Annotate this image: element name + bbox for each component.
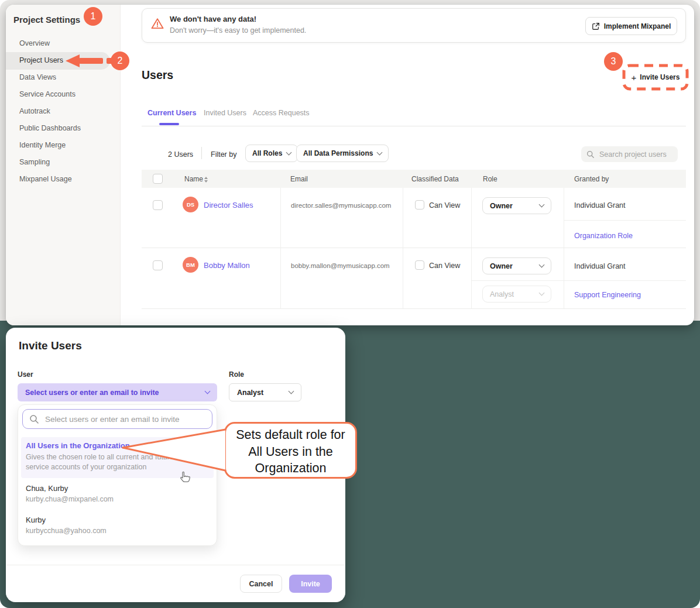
column-line: [471, 188, 472, 308]
user-count: 2 Users: [168, 150, 193, 159]
option-all-users-label[interactable]: All Users in the Organization: [26, 441, 130, 450]
invite-label: Invite: [301, 580, 320, 588]
row-checkbox[interactable]: [153, 260, 163, 270]
permissions-filter-label: All Data Permissions: [303, 149, 373, 157]
sidebar-item-service-accounts[interactable]: Service Accounts: [19, 90, 107, 99]
sidebar-item-public-dashboards[interactable]: Public Dashboards: [19, 124, 107, 133]
row-line: [142, 308, 686, 309]
modal-title: Invite Users: [19, 339, 82, 352]
tab-access-requests[interactable]: Access Requests: [253, 109, 310, 117]
role-select[interactable]: Owner: [482, 197, 551, 214]
can-view-checkbox[interactable]: [415, 260, 424, 270]
column-header-name[interactable]: Name: [184, 175, 203, 183]
tab-invited-users[interactable]: Invited Users: [204, 109, 246, 117]
can-view-checkbox[interactable]: [415, 200, 424, 209]
step-badge-2: 2: [111, 51, 129, 70]
role-select-disabled: Analyst: [482, 286, 551, 303]
users-section-title: Users: [142, 68, 173, 82]
search-icon: [29, 414, 39, 424]
column-header-classified: Classified Data: [411, 175, 459, 183]
implement-mixpanel-button[interactable]: Implement Mixpanel: [585, 17, 677, 35]
granted-by-text: Individual Grant: [574, 262, 626, 270]
chevron-down-icon: [289, 389, 294, 394]
chevron-down-icon: [286, 149, 292, 155]
role-value: Owner: [490, 262, 513, 270]
column-line: [564, 188, 564, 308]
cancel-label: Cancel: [249, 580, 273, 588]
option-user-email: kurbycchua@yahoo.com: [26, 527, 107, 535]
chevron-down-icon: [539, 262, 545, 268]
active-tab-underline: [159, 123, 179, 125]
role-select[interactable]: Owner: [482, 257, 551, 274]
filter-divider: [201, 147, 202, 159]
implement-mixpanel-label: Implement Mixpanel: [604, 22, 671, 30]
user-select-dropdown[interactable]: Select users or enter an email to invite: [18, 383, 217, 401]
tab-divider: [142, 126, 686, 126]
sidebar-item-mixpanel-usage[interactable]: Mixpanel Usage: [19, 175, 107, 184]
banner-subtitle: Don't worry—it's easy to get implemented…: [170, 26, 306, 35]
role-select-dropdown[interactable]: Analyst: [229, 383, 301, 401]
page-title: Project Settings: [13, 15, 80, 25]
callout-tail: [120, 422, 227, 475]
role-select-value: Analyst: [237, 389, 263, 397]
user-select-value: Select users or enter an email to invite: [25, 389, 159, 397]
can-view-label: Can View: [429, 262, 460, 270]
invite-submit-button[interactable]: Invite: [289, 575, 332, 593]
permissions-filter-dropdown[interactable]: All Data Permissions: [296, 145, 389, 162]
user-name-link[interactable]: Bobby Mallon: [204, 261, 250, 270]
user-email: director.salles@mymusicapp.com: [291, 202, 391, 209]
tab-current-users[interactable]: Current Users: [147, 109, 196, 117]
modal-footer-divider: [6, 565, 345, 565]
roles-filter-label: All Roles: [252, 149, 282, 157]
sidebar-item-identity-merge[interactable]: Identity Merge: [19, 141, 107, 150]
column-header-email: Email: [290, 175, 308, 183]
option-user[interactable]: Chua, Kurby: [26, 484, 68, 493]
sidebar-item-data-views[interactable]: Data Views: [19, 73, 107, 83]
banner-title: We don't have any data!: [170, 15, 256, 23]
chevron-down-icon: [539, 290, 545, 296]
sidebar-item-autotrack[interactable]: Autotrack: [19, 107, 107, 116]
row-line: [142, 248, 686, 248]
invite-highlight-dashed-box: [622, 63, 689, 91]
external-link-icon: [592, 22, 600, 30]
screenshot-root: Project Settings Overview Project Users …: [0, 0, 700, 608]
role-value: Analyst: [490, 290, 514, 298]
filter-by-label: Filter by: [211, 150, 236, 159]
sidebar-item-sampling[interactable]: Sampling: [19, 158, 107, 167]
chevron-down-icon: [205, 389, 211, 394]
chevron-down-icon: [539, 202, 545, 208]
search-input[interactable]: [598, 150, 668, 159]
granted-by-link[interactable]: Support Engineering: [574, 291, 641, 299]
granted-by-text: Individual Grant: [574, 201, 626, 209]
roles-filter-dropdown[interactable]: All Roles: [245, 145, 298, 162]
warning-icon: [151, 18, 164, 29]
cancel-button[interactable]: Cancel: [240, 575, 282, 593]
column-header-role: Role: [483, 175, 497, 183]
project-users-search[interactable]: [581, 146, 678, 162]
role-value: Owner: [490, 202, 513, 210]
granted-by-link[interactable]: Organization Role: [574, 232, 633, 240]
search-icon: [586, 150, 594, 158]
column-line: [403, 188, 403, 308]
can-view-label: Can View: [429, 201, 460, 209]
grant-sub-line: [564, 220, 686, 221]
option-user-email: kurby.chua@mixpanel.com: [26, 495, 114, 503]
avatar: DS: [183, 197, 198, 212]
sidebar-item-overview[interactable]: Overview: [19, 39, 107, 49]
user-name-link[interactable]: Director Salles: [204, 201, 253, 209]
column-line: [280, 188, 281, 308]
avatar: BM: [183, 257, 198, 273]
select-all-checkbox[interactable]: [153, 174, 163, 184]
step-badge-1: 1: [84, 7, 102, 26]
grant-sub-line: [471, 280, 686, 281]
user-field-label: User: [18, 370, 33, 379]
callout-text: Sets default role for All Users in the O…: [229, 427, 352, 476]
role-field-label: Role: [229, 370, 244, 379]
sort-icon[interactable]: [204, 177, 208, 183]
step-badge-3: 3: [604, 52, 623, 71]
chevron-down-icon: [377, 149, 383, 155]
row-checkbox[interactable]: [153, 200, 163, 210]
column-header-granted-by: Granted by: [574, 175, 609, 183]
user-email: bobby.mallon@mymusicapp.com: [291, 262, 390, 269]
option-user[interactable]: Kurby: [26, 516, 46, 524]
